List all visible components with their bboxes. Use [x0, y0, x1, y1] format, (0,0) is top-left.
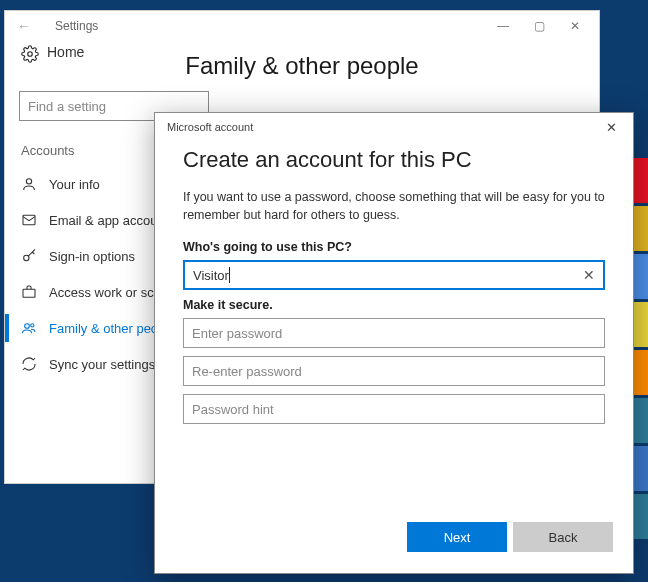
next-button[interactable]: Next — [407, 522, 507, 552]
hint-placeholder: Password hint — [192, 402, 274, 417]
desktop-tile — [634, 254, 648, 299]
username-input[interactable]: Visitor ✕ — [183, 260, 605, 290]
desktop-tile — [634, 446, 648, 491]
svg-point-0 — [28, 52, 33, 57]
mail-icon — [21, 212, 37, 228]
briefcase-icon — [21, 284, 37, 300]
username-value: Visitor — [193, 268, 229, 283]
window-title: Settings — [55, 19, 98, 33]
nav-label: Sync your settings — [49, 357, 155, 372]
password-input[interactable]: Enter password — [183, 318, 605, 348]
desktop-tile-strip — [634, 0, 648, 582]
dialog-description: If you want to use a password, choose so… — [183, 189, 605, 224]
minimize-button[interactable]: — — [485, 12, 521, 40]
home-label[interactable]: Home — [47, 44, 84, 60]
password-placeholder: Enter password — [192, 326, 282, 341]
page-title: Family & other people — [5, 52, 599, 80]
settings-titlebar: ← Settings — ▢ ✕ — [5, 11, 599, 41]
dialog-body: Create an account for this PC If you wan… — [155, 141, 633, 515]
key-icon — [21, 248, 37, 264]
search-placeholder: Find a setting — [28, 99, 106, 114]
username-question: Who's going to use this PC? — [183, 240, 605, 254]
back-button[interactable]: ← — [11, 18, 37, 34]
gear-icon[interactable] — [21, 45, 39, 67]
nav-label: Sign-in options — [49, 249, 135, 264]
svg-point-5 — [25, 324, 30, 329]
desktop-tile — [634, 302, 648, 347]
svg-rect-4 — [23, 289, 35, 297]
sync-icon — [21, 356, 37, 372]
window-controls: — ▢ ✕ — [485, 12, 593, 40]
dialog-footer: Next Back — [155, 515, 633, 573]
clear-input-icon[interactable]: ✕ — [583, 267, 595, 283]
secure-heading: Make it secure. — [183, 298, 605, 312]
settings-header: Home Family & other people — [5, 41, 599, 91]
back-button[interactable]: Back — [513, 522, 613, 552]
desktop-tile — [634, 350, 648, 395]
svg-rect-2 — [23, 215, 35, 224]
create-account-dialog: Microsoft account ✕ Create an account fo… — [154, 112, 634, 574]
dialog-close-button[interactable]: ✕ — [597, 115, 625, 139]
svg-point-6 — [31, 324, 34, 327]
desktop-tile — [634, 158, 648, 203]
text-caret — [229, 267, 230, 283]
user-icon — [21, 176, 37, 192]
nav-label: Your info — [49, 177, 100, 192]
reenter-placeholder: Re-enter password — [192, 364, 302, 379]
dialog-heading: Create an account for this PC — [183, 147, 605, 173]
maximize-button[interactable]: ▢ — [521, 12, 557, 40]
dialog-title: Microsoft account — [167, 121, 253, 133]
close-button[interactable]: ✕ — [557, 12, 593, 40]
reenter-password-input[interactable]: Re-enter password — [183, 356, 605, 386]
svg-point-1 — [26, 179, 31, 184]
desktop-tile — [634, 494, 648, 539]
desktop-tile — [634, 398, 648, 443]
password-hint-input[interactable]: Password hint — [183, 394, 605, 424]
people-icon — [21, 320, 37, 336]
dialog-titlebar: Microsoft account ✕ — [155, 113, 633, 141]
desktop-tile — [634, 206, 648, 251]
